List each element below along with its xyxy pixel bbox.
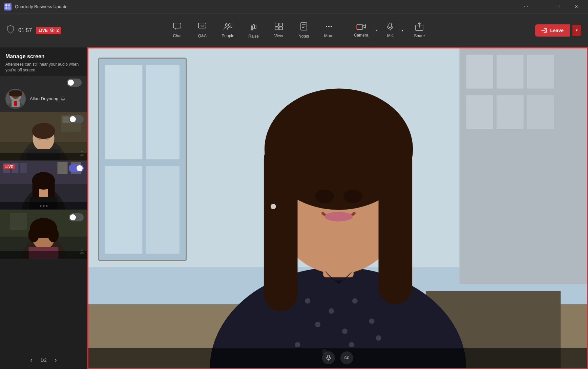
prev-page-button[interactable]: ‹ [27,355,35,365]
mic-dropdown-arrow[interactable]: ▾ [399,20,406,41]
svg-rect-13 [253,24,254,29]
live-label: LIVE [39,28,48,33]
camera-dropdown-arrow[interactable]: ▾ [373,20,380,40]
leave-button[interactable]: Leave [535,24,570,37]
cc-label: CC [344,356,349,360]
people-button[interactable]: 3 People [215,20,240,41]
view-label: View [274,34,283,38]
camera-button[interactable]: Camera [349,20,373,40]
svg-point-45 [32,123,55,139]
svg-point-106 [369,319,375,324]
participant-tile-1 [0,112,87,161]
svg-rect-88 [527,95,554,129]
svg-point-70 [28,227,39,242]
video-background [88,48,587,368]
window-title: Quarterly Business Update [15,4,67,9]
svg-rect-86 [466,95,493,129]
svg-rect-87 [497,95,524,129]
title-bar: Quarterly Business Update ··· — ☐ ✕ [0,0,588,14]
qa-label: Q&A [198,34,207,38]
svg-rect-3 [8,7,10,9]
camera-label: Camera [354,33,369,38]
leave-dropdown-arrow[interactable]: ▾ [572,25,581,36]
participant-2-toggle[interactable] [69,164,84,172]
svg-point-101 [305,298,310,304]
eye-icon [50,28,55,33]
more-label: More [324,34,333,38]
leave-label: Leave [550,28,564,33]
viewer-count: 2 [57,28,59,33]
raise-icon [250,22,257,32]
close-button[interactable]: ✕ [568,2,584,12]
share-icon [415,22,423,32]
svg-point-46 [39,138,41,140]
svg-rect-14 [255,25,256,29]
svg-rect-16 [279,23,282,26]
svg-point-100 [271,204,276,209]
svg-point-104 [315,322,320,327]
camera-icon [356,23,366,31]
people-label: People [222,34,234,38]
svg-point-102 [329,308,334,314]
manage-screen-subtitle: Attendees can still hear your audio when… [5,62,82,73]
participant-toggle-2[interactable] [69,164,84,172]
qa-button[interactable]: ?A Q&A [190,20,214,41]
page-info: 1/2 [40,357,46,363]
svg-point-23 [326,26,327,27]
notes-label: Notes [298,34,309,39]
svg-rect-81 [146,166,180,254]
svg-rect-0 [5,4,7,6]
live-indicator-2: LIVE [3,164,15,169]
svg-point-10 [228,24,231,26]
svg-point-97 [315,190,334,203]
minimize-button[interactable]: — [533,2,549,12]
left-panel: Manage screen Attendees can still hear y… [0,47,87,369]
chat-button[interactable]: Chat [165,20,189,41]
svg-rect-79 [146,65,180,159]
host-avatar [5,89,26,109]
mic-button[interactable]: Mic [382,20,399,41]
view-button[interactable]: View [267,20,291,41]
svg-rect-84 [497,55,524,89]
svg-rect-95 [264,143,298,311]
maximize-button[interactable]: ☐ [551,2,566,12]
participant-tile-2: LIVE [0,161,87,210]
participant-3-toggle[interactable] [69,213,84,221]
more-icon [325,23,333,32]
host-info: Allan Deyoung [30,96,82,101]
shield-icon [7,25,14,36]
next-page-button[interactable]: › [52,355,60,365]
participant-toggle-3[interactable] [69,213,84,221]
participant-tile-3 [0,210,87,259]
svg-rect-33 [9,90,22,96]
participant-label-bar-2 [0,202,87,210]
mic-icon-small [61,96,65,101]
svg-point-109 [349,342,354,347]
share-button[interactable]: Share [407,20,431,41]
chat-label: Chat [173,34,182,38]
svg-point-107 [295,342,300,347]
participant-toggle-1[interactable] [69,115,84,123]
mic-label: Mic [387,33,394,38]
host-toggle[interactable] [67,79,82,87]
toolbar-left: 01:57 LIVE 2 [7,25,61,36]
manage-screen-title: Manage screen [5,53,82,60]
svg-rect-12 [251,26,253,30]
title-bar-more[interactable]: ··· [521,4,531,10]
notes-button[interactable]: Notes [292,20,316,41]
people-icon: 3 [224,23,232,32]
video-mic-button[interactable] [322,351,335,364]
raise-button[interactable]: Raise [242,20,266,41]
svg-rect-85 [527,55,554,89]
participant-label-bar-1 [0,153,87,160]
more-button[interactable]: More [317,20,341,41]
participant-1-toggle[interactable] [69,115,84,123]
video-cc-button[interactable]: CC [340,351,353,364]
view-icon [275,23,283,32]
toolbar-right: Leave ▾ [535,24,581,37]
svg-rect-6 [173,23,181,28]
pagination: ‹ 1/2 › [0,351,87,369]
svg-rect-2 [5,7,7,9]
call-timer: 01:57 [18,27,32,34]
svg-text:?A: ?A [201,24,204,28]
